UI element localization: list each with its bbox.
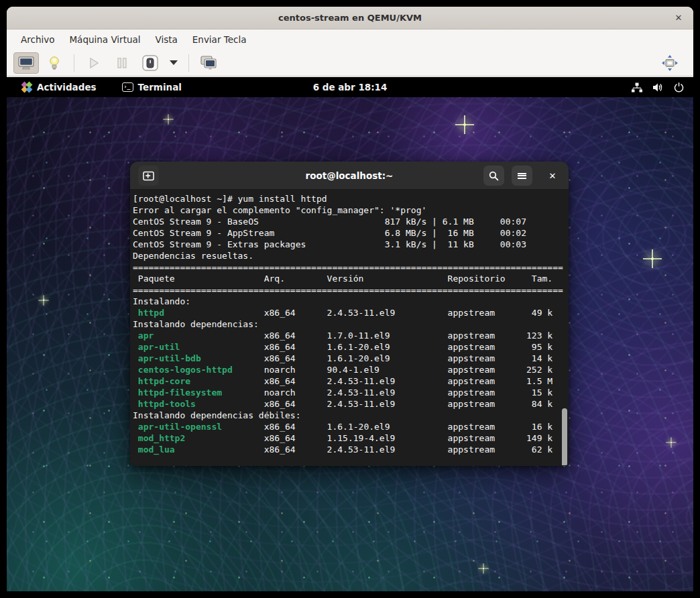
search-button[interactable]	[483, 166, 504, 186]
vm-close-icon[interactable]: ✕	[672, 11, 685, 25]
pause-button[interactable]	[109, 52, 135, 74]
graphical-console-button[interactable]	[13, 52, 39, 74]
menu-enviar-tecla[interactable]: Enviar Tecla	[185, 29, 254, 50]
dual-display-icon	[200, 56, 217, 70]
shutdown-button[interactable]	[137, 52, 163, 74]
hamburger-icon	[518, 173, 526, 179]
volume-icon	[652, 82, 664, 93]
terminal-line: Error al cargar el complemento "config_m…	[133, 204, 569, 216]
details-button[interactable]	[42, 52, 67, 74]
network-wired-icon	[632, 82, 642, 93]
resize-arrows-icon	[661, 54, 679, 72]
vm-console: Actividades ›_ Terminal 6 de abr 18:14	[7, 77, 693, 591]
terminal-line: Paquete Arq. Versión Repositorio Tam.	[133, 273, 569, 284]
search-icon	[489, 171, 499, 181]
virtual-displays-button[interactable]	[196, 52, 221, 74]
vm-titlebar: centos-stream en QEMU/KVM ✕	[7, 7, 693, 29]
star	[167, 118, 169, 120]
star	[482, 567, 484, 569]
terminal-output: [root@localhost ~]# yum install httpdErr…	[133, 193, 569, 455]
star	[650, 257, 654, 261]
resize-to-vm-button[interactable]	[657, 52, 683, 74]
terminal-close-icon[interactable]: ✕	[544, 166, 561, 186]
terminal-line: apr-util x86_64 1.6.1-20.el9 appstream 9…	[133, 341, 569, 353]
menu-archivo[interactable]: Archivo	[13, 29, 62, 50]
clock-button[interactable]: 6 de abr 18:14	[7, 82, 693, 93]
terminal-line: centos-logos-httpd noarch 90.4-1.el9 app…	[133, 364, 569, 375]
terminal-line: [root@localhost ~]# yum install httpd	[133, 193, 569, 204]
toolbar-separator	[188, 54, 189, 72]
terminal-line: CentOS Stream 9 - AppStream 6.8 MB/s | 1…	[133, 227, 569, 239]
terminal-line: apr x86_64 1.7.0-11.el9 appstream 123 k	[133, 330, 569, 341]
terminal-line: mod_http2 x86_64 1.15.19-4.el9 appstream…	[133, 432, 569, 444]
terminal-line: httpd-tools x86_64 2.4.53-11.el9 appstre…	[133, 398, 569, 410]
terminal-line: httpd x86_64 2.4.53-11.el9 appstream 49 …	[133, 307, 569, 318]
shutdown-icon	[141, 54, 159, 72]
shutdown-menu-caret[interactable]	[170, 60, 178, 65]
toolbar-separator	[74, 54, 74, 72]
terminal-line: ========================================…	[133, 261, 569, 273]
lightbulb-icon	[48, 56, 60, 70]
virt-manager-window: centos-stream en QEMU/KVM ✕ Archivo Máqu…	[7, 7, 693, 591]
terminal-line: httpd-filesystem noarch 2.4.53-11.el9 ap…	[133, 387, 569, 398]
terminal-line: CentOS Stream 9 - Extras packages 3.1 kB…	[133, 239, 569, 250]
terminal-headerbar[interactable]: root@localhost:~ ✕	[130, 162, 569, 190]
terminal-line: Instalando dependencias:	[133, 318, 569, 330]
play-icon	[87, 56, 101, 70]
terminal-scrollbar-thumb[interactable]	[562, 408, 567, 465]
terminal-screen[interactable]: [root@localhost ~]# yum install httpdErr…	[130, 190, 569, 465]
star	[42, 299, 44, 301]
screenshot-stage: centos-stream en QEMU/KVM ✕ Archivo Máqu…	[0, 0, 700, 598]
vm-window-title: centos-stream en QEMU/KVM	[7, 7, 693, 29]
menu-button[interactable]	[512, 166, 532, 186]
vm-menubar: Archivo Máquina Virtual Vista Enviar Tec…	[7, 29, 693, 50]
terminal-line: Dependencias resueltas.	[133, 250, 569, 261]
terminal-line: httpd-core x86_64 2.4.53-11.el9 appstrea…	[133, 375, 569, 387]
terminal-window: root@localhost:~ ✕ [roo	[130, 162, 569, 466]
terminal-line: ========================================…	[133, 284, 569, 296]
menu-maquina-virtual[interactable]: Máquina Virtual	[62, 29, 148, 50]
terminal-line: Instalando:	[133, 296, 569, 307]
pause-icon	[116, 56, 128, 70]
desktop-wallpaper: root@localhost:~ ✕ [roo	[7, 97, 693, 591]
monitor-icon	[18, 56, 34, 70]
star	[463, 123, 467, 127]
terminal-line: Instalando dependencias débiles:	[133, 410, 569, 421]
terminal-line: CentOS Stream 9 - BaseOS 817 kB/s | 6.1 …	[133, 216, 569, 227]
gnome-top-bar: Actividades ›_ Terminal 6 de abr 18:14	[7, 77, 693, 97]
terminal-line: apr-util-openssl x86_64 1.6.1-20.el9 app…	[133, 421, 569, 432]
menu-vista[interactable]: Vista	[148, 29, 185, 50]
star	[670, 441, 672, 443]
system-status-area[interactable]	[632, 77, 684, 97]
power-icon	[674, 82, 684, 93]
vm-toolbar	[7, 50, 693, 76]
terminal-line: apr-util-bdb x86_64 1.6.1-20.el9 appstre…	[133, 353, 569, 364]
terminal-line: mod_lua x86_64 2.4.53-11.el9 appstream 6…	[133, 444, 569, 455]
run-button[interactable]	[81, 52, 107, 74]
